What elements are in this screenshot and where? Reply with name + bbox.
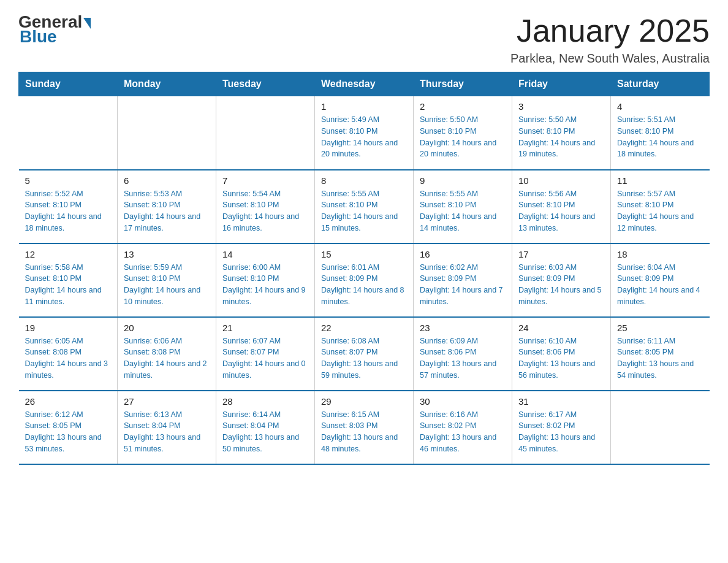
- day-info: Sunrise: 6:12 AM Sunset: 8:05 PM Dayligh…: [25, 409, 112, 455]
- day-info: Sunrise: 6:17 AM Sunset: 8:02 PM Dayligh…: [518, 409, 604, 455]
- day-info: Sunrise: 6:01 AM Sunset: 8:09 PM Dayligh…: [321, 262, 407, 308]
- day-number: 14: [222, 249, 308, 259]
- day-info: Sunrise: 5:58 AM Sunset: 8:10 PM Dayligh…: [25, 262, 112, 308]
- calendar-cell: 1Sunrise: 5:49 AM Sunset: 8:10 PM Daylig…: [315, 96, 414, 170]
- header-tuesday: Tuesday: [216, 72, 315, 96]
- calendar-week-row: 12Sunrise: 5:58 AM Sunset: 8:10 PM Dayli…: [19, 243, 710, 317]
- day-info: Sunrise: 6:10 AM Sunset: 8:06 PM Dayligh…: [518, 335, 604, 381]
- day-info: Sunrise: 6:00 AM Sunset: 8:10 PM Dayligh…: [222, 262, 308, 308]
- day-number: 2: [420, 101, 506, 112]
- day-info: Sunrise: 5:55 AM Sunset: 8:10 PM Dayligh…: [420, 188, 506, 234]
- day-number: 9: [420, 175, 506, 186]
- day-info: Sunrise: 6:11 AM Sunset: 8:05 PM Dayligh…: [617, 335, 703, 381]
- day-info: Sunrise: 5:56 AM Sunset: 8:10 PM Dayligh…: [518, 188, 604, 234]
- day-number: 12: [25, 249, 112, 259]
- calendar-cell: 25Sunrise: 6:11 AM Sunset: 8:05 PM Dayli…: [611, 317, 710, 391]
- day-info: Sunrise: 6:15 AM Sunset: 8:03 PM Dayligh…: [321, 409, 407, 455]
- calendar-cell: [216, 96, 315, 170]
- calendar-cell: 23Sunrise: 6:09 AM Sunset: 8:06 PM Dayli…: [414, 317, 512, 391]
- day-number: 26: [25, 396, 112, 407]
- day-number: 24: [518, 323, 604, 333]
- calendar-cell: 17Sunrise: 6:03 AM Sunset: 8:09 PM Dayli…: [512, 243, 611, 317]
- calendar-cell: 14Sunrise: 6:00 AM Sunset: 8:10 PM Dayli…: [216, 243, 315, 317]
- day-number: 22: [321, 323, 407, 333]
- day-info: Sunrise: 6:14 AM Sunset: 8:04 PM Dayligh…: [222, 409, 308, 455]
- calendar-cell: 26Sunrise: 6:12 AM Sunset: 8:05 PM Dayli…: [19, 391, 118, 464]
- day-number: 17: [518, 249, 604, 259]
- calendar-cell: 4Sunrise: 5:51 AM Sunset: 8:10 PM Daylig…: [611, 96, 710, 170]
- day-number: 15: [321, 249, 407, 259]
- day-info: Sunrise: 5:50 AM Sunset: 8:10 PM Dayligh…: [518, 114, 604, 160]
- day-info: Sunrise: 6:16 AM Sunset: 8:02 PM Dayligh…: [420, 409, 506, 455]
- calendar-cell: 27Sunrise: 6:13 AM Sunset: 8:04 PM Dayli…: [118, 391, 216, 464]
- day-number: 8: [321, 175, 407, 186]
- day-info: Sunrise: 5:55 AM Sunset: 8:10 PM Dayligh…: [321, 188, 407, 234]
- day-info: Sunrise: 6:08 AM Sunset: 8:07 PM Dayligh…: [321, 335, 407, 381]
- calendar-cell: [611, 391, 710, 464]
- calendar-cell: 29Sunrise: 6:15 AM Sunset: 8:03 PM Dayli…: [315, 391, 414, 464]
- day-number: 4: [617, 101, 703, 112]
- day-info: Sunrise: 5:52 AM Sunset: 8:10 PM Dayligh…: [25, 188, 112, 234]
- day-number: 5: [25, 175, 112, 186]
- calendar-cell: 2Sunrise: 5:50 AM Sunset: 8:10 PM Daylig…: [414, 96, 512, 170]
- calendar-cell: 16Sunrise: 6:02 AM Sunset: 8:09 PM Dayli…: [414, 243, 512, 317]
- day-number: 20: [124, 323, 210, 333]
- day-number: 31: [518, 396, 604, 407]
- calendar-cell: 30Sunrise: 6:16 AM Sunset: 8:02 PM Dayli…: [414, 391, 512, 464]
- calendar-cell: 5Sunrise: 5:52 AM Sunset: 8:10 PM Daylig…: [19, 170, 118, 243]
- calendar-cell: 9Sunrise: 5:55 AM Sunset: 8:10 PM Daylig…: [414, 170, 512, 243]
- calendar-cell: [19, 96, 118, 170]
- logo-arrow-icon: [83, 18, 91, 29]
- calendar-cell: 12Sunrise: 5:58 AM Sunset: 8:10 PM Dayli…: [19, 243, 118, 317]
- header-monday: Monday: [118, 72, 216, 96]
- day-info: Sunrise: 5:50 AM Sunset: 8:10 PM Dayligh…: [420, 114, 506, 160]
- day-number: 29: [321, 396, 407, 407]
- calendar-cell: 7Sunrise: 5:54 AM Sunset: 8:10 PM Daylig…: [216, 170, 315, 243]
- day-number: 21: [222, 323, 308, 333]
- day-number: 19: [25, 323, 112, 333]
- day-number: 10: [518, 175, 604, 186]
- header-friday: Friday: [512, 72, 611, 96]
- day-number: 7: [222, 175, 308, 186]
- calendar-cell: 8Sunrise: 5:55 AM Sunset: 8:10 PM Daylig…: [315, 170, 414, 243]
- page-header: General Blue January 2025 Parklea, New S…: [18, 12, 710, 66]
- calendar-week-row: 19Sunrise: 6:05 AM Sunset: 8:08 PM Dayli…: [19, 317, 710, 391]
- day-number: 18: [617, 249, 703, 259]
- header-sunday: Sunday: [19, 72, 118, 96]
- calendar-cell: 31Sunrise: 6:17 AM Sunset: 8:02 PM Dayli…: [512, 391, 611, 464]
- calendar-cell: 3Sunrise: 5:50 AM Sunset: 8:10 PM Daylig…: [512, 96, 611, 170]
- title-section: January 2025 Parklea, New South Wales, A…: [510, 12, 710, 66]
- calendar-cell: 10Sunrise: 5:56 AM Sunset: 8:10 PM Dayli…: [512, 170, 611, 243]
- calendar-cell: 15Sunrise: 6:01 AM Sunset: 8:09 PM Dayli…: [315, 243, 414, 317]
- calendar-cell: 28Sunrise: 6:14 AM Sunset: 8:04 PM Dayli…: [216, 391, 315, 464]
- calendar-cell: 6Sunrise: 5:53 AM Sunset: 8:10 PM Daylig…: [118, 170, 216, 243]
- logo-blue-text: Blue: [20, 27, 57, 46]
- day-number: 3: [518, 101, 604, 112]
- calendar-week-row: 1Sunrise: 5:49 AM Sunset: 8:10 PM Daylig…: [19, 96, 710, 170]
- day-info: Sunrise: 5:53 AM Sunset: 8:10 PM Dayligh…: [124, 188, 210, 234]
- day-info: Sunrise: 5:51 AM Sunset: 8:10 PM Dayligh…: [617, 114, 703, 160]
- calendar-week-row: 26Sunrise: 6:12 AM Sunset: 8:05 PM Dayli…: [19, 391, 710, 464]
- header-saturday: Saturday: [611, 72, 710, 96]
- logo: General Blue: [18, 12, 92, 47]
- calendar-cell: 24Sunrise: 6:10 AM Sunset: 8:06 PM Dayli…: [512, 317, 611, 391]
- day-number: 27: [124, 396, 210, 407]
- calendar-header-row: SundayMondayTuesdayWednesdayThursdayFrid…: [19, 72, 710, 96]
- header-thursday: Thursday: [414, 72, 512, 96]
- day-info: Sunrise: 6:03 AM Sunset: 8:09 PM Dayligh…: [518, 262, 604, 308]
- calendar-cell: 21Sunrise: 6:07 AM Sunset: 8:07 PM Dayli…: [216, 317, 315, 391]
- day-info: Sunrise: 5:54 AM Sunset: 8:10 PM Dayligh…: [222, 188, 308, 234]
- calendar-cell: 19Sunrise: 6:05 AM Sunset: 8:08 PM Dayli…: [19, 317, 118, 391]
- day-number: 1: [321, 101, 407, 112]
- calendar-table: SundayMondayTuesdayWednesdayThursdayFrid…: [18, 72, 710, 465]
- calendar-cell: 18Sunrise: 6:04 AM Sunset: 8:09 PM Dayli…: [611, 243, 710, 317]
- day-info: Sunrise: 6:06 AM Sunset: 8:08 PM Dayligh…: [124, 335, 210, 381]
- header-wednesday: Wednesday: [315, 72, 414, 96]
- day-number: 25: [617, 323, 703, 333]
- day-number: 13: [124, 249, 210, 259]
- calendar-cell: 11Sunrise: 5:57 AM Sunset: 8:10 PM Dayli…: [611, 170, 710, 243]
- day-number: 16: [420, 249, 506, 259]
- day-info: Sunrise: 6:04 AM Sunset: 8:09 PM Dayligh…: [617, 262, 703, 308]
- day-number: 23: [420, 323, 506, 333]
- day-info: Sunrise: 6:05 AM Sunset: 8:08 PM Dayligh…: [25, 335, 112, 381]
